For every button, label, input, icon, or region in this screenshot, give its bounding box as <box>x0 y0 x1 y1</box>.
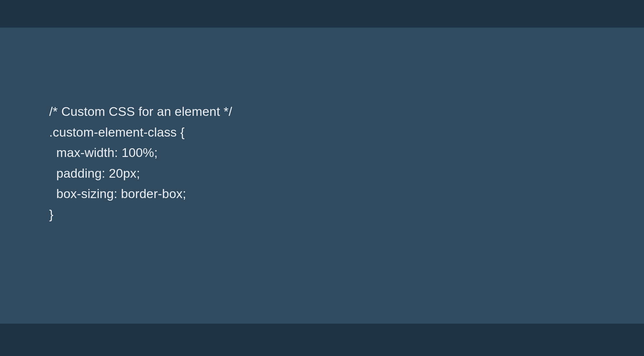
code-line: } <box>49 207 53 221</box>
code-panel: /* Custom CSS for an element */ .custom-… <box>0 28 644 324</box>
code-line: .custom-element-class { <box>49 125 185 139</box>
code-line: /* Custom CSS for an element */ <box>49 105 232 118</box>
css-code-block: /* Custom CSS for an element */ .custom-… <box>49 101 644 225</box>
code-line: box-sizing: border-box; <box>49 187 186 201</box>
top-band <box>0 0 644 28</box>
bottom-band <box>0 324 644 356</box>
code-line: max-width: 100%; <box>49 146 158 160</box>
code-line: padding: 20px; <box>49 166 140 180</box>
